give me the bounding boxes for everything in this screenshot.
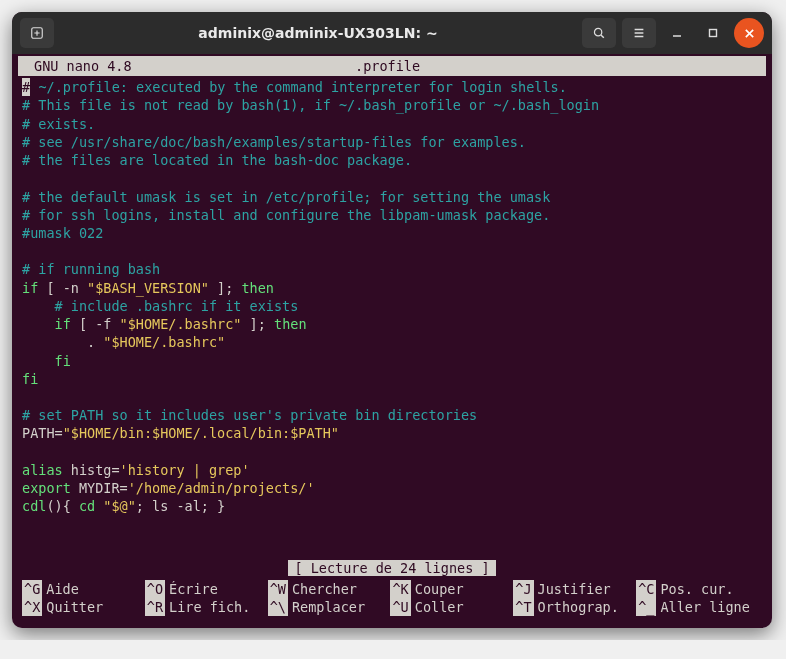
shortcut-read: ^RLire fich.	[145, 598, 268, 616]
nano-header: GNU nano 4.8 .profile	[18, 56, 766, 76]
shortcut-help: ^GAide	[22, 580, 145, 598]
shortcut-justify: ^JJustifier	[513, 580, 636, 598]
close-button[interactable]	[734, 18, 764, 48]
search-icon	[592, 26, 606, 40]
svg-line-4	[601, 35, 604, 38]
shortcut-spell: ^TOrthograp.	[513, 598, 636, 616]
nano-shortcuts: ^GAide ^OÉcrire ^WChercher ^KCouper ^JJu…	[18, 578, 766, 622]
maximize-button[interactable]	[698, 18, 728, 48]
shortcut-goto: ^_Aller ligne	[636, 598, 759, 616]
svg-rect-9	[710, 30, 717, 37]
close-icon	[744, 28, 755, 39]
shortcut-write: ^OÉcrire	[145, 580, 268, 598]
window-title: adminix@adminix-UX303LN: ~	[60, 25, 576, 41]
titlebar: adminix@adminix-UX303LN: ~	[12, 12, 772, 54]
editor-content[interactable]: # ~/.profile: executed by the command in…	[18, 76, 766, 519]
new-tab-button[interactable]	[20, 18, 54, 48]
new-tab-icon	[30, 26, 44, 40]
menu-button[interactable]	[622, 18, 656, 48]
svg-point-3	[594, 28, 601, 35]
shortcut-cut: ^KCouper	[390, 580, 513, 598]
terminal-body[interactable]: GNU nano 4.8 .profile # ~/.profile: exec…	[12, 56, 772, 628]
minimize-icon	[671, 27, 683, 39]
nano-filename: .profile	[355, 57, 762, 75]
nano-app-name: GNU nano 4.8	[22, 57, 355, 75]
nano-status-text: [ Lecture de 24 lignes ]	[288, 560, 495, 576]
shortcut-curpos: ^CPos. cur.	[636, 580, 759, 598]
shortcut-paste: ^UColler	[390, 598, 513, 616]
search-button[interactable]	[582, 18, 616, 48]
shortcut-exit: ^XQuitter	[22, 598, 145, 616]
nano-statusbar: [ Lecture de 24 lignes ]	[18, 559, 766, 577]
minimize-button[interactable]	[662, 18, 692, 48]
hamburger-icon	[632, 26, 646, 40]
maximize-icon	[707, 27, 719, 39]
shortcut-search: ^WChercher	[268, 580, 391, 598]
terminal-window: adminix@adminix-UX303LN: ~	[12, 12, 772, 628]
shortcut-replace: ^\Remplacer	[268, 598, 391, 616]
